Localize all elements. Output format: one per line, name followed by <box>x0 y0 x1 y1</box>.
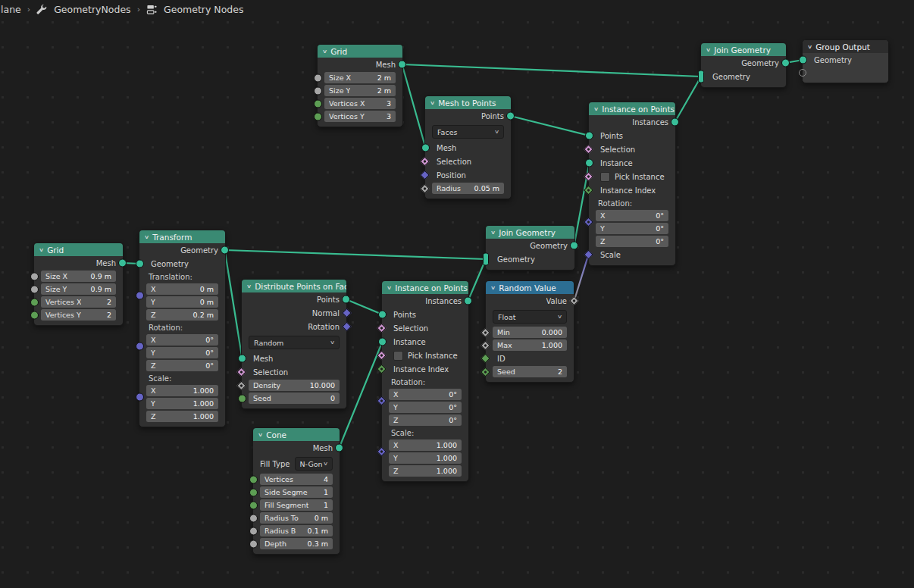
node-header-distribute[interactable]: ∨Distribute Points on Face <box>242 280 346 292</box>
density-socket[interactable] <box>236 380 246 390</box>
min-socket[interactable] <box>480 327 490 337</box>
dropdown-faces[interactable]: Faces∨ <box>425 123 511 141</box>
geometry-socket[interactable] <box>799 56 807 64</box>
field-x[interactable]: X1.000 <box>139 384 225 397</box>
field-y[interactable]: Y0° <box>382 401 468 414</box>
seed-socket[interactable] <box>480 367 490 377</box>
size-x-field[interactable]: Size X0.9 m <box>41 271 116 282</box>
field-seed[interactable]: Seed2 <box>486 365 574 378</box>
collapse-chevron-icon[interactable]: ∨ <box>258 432 263 438</box>
z-field[interactable]: Z1.000 <box>389 465 462 477</box>
vertices-y-socket[interactable] <box>314 112 322 120</box>
pick-instance-socket[interactable] <box>584 172 593 182</box>
node-header-iop_mid[interactable]: ∨Instance on Points <box>382 281 468 294</box>
node-cone[interactable]: ∨ConeMeshFill TypeN-Gon∨Vertices4Side Se… <box>252 427 340 555</box>
x-field[interactable]: X1.000 <box>146 385 218 396</box>
selection-socket[interactable] <box>377 324 387 333</box>
value-socket[interactable] <box>569 296 579 306</box>
node-header-mesh_to_points[interactable]: ∨Mesh to Points <box>425 96 511 109</box>
max-field[interactable]: Max1.000 <box>493 339 567 351</box>
scale-socket[interactable] <box>584 250 593 260</box>
field-z[interactable]: Z1.000 <box>139 410 225 423</box>
node-transform[interactable]: ∨TransformGeometryGeometryTranslation:X0… <box>139 230 226 427</box>
node-editor-canvas[interactable]: lane › GeometryNodes › Geometry Nodes ∨G… <box>0 0 914 588</box>
vertices-field[interactable]: Vertices4 <box>260 474 333 485</box>
dropdown-float[interactable]: Float∨ <box>486 308 574 326</box>
field-min[interactable]: Min0.000 <box>486 326 574 339</box>
radius-b-field[interactable]: Radius B0.1 m <box>260 525 333 536</box>
vertices-y-field[interactable]: Vertices Y3 <box>324 111 396 122</box>
node-header-cone[interactable]: ∨Cone <box>253 428 340 441</box>
field-x[interactable]: X0 m <box>139 283 225 296</box>
node-distribute[interactable]: ∨Distribute Points on FacePointsNormalRo… <box>241 279 347 409</box>
field-fill-segment[interactable]: Fill Segment1 <box>253 499 340 511</box>
points-socket[interactable] <box>378 311 387 319</box>
virtual-socket[interactable] <box>799 69 806 77</box>
z-field[interactable]: Z0° <box>596 236 668 247</box>
x-field[interactable]: X0° <box>146 334 218 346</box>
geometry-socket[interactable] <box>483 253 489 266</box>
x-field[interactable]: X0° <box>389 389 462 400</box>
field-x[interactable]: X0° <box>139 333 225 346</box>
y-field[interactable]: Y0 m <box>146 296 218 308</box>
side-segme-socket[interactable] <box>249 488 258 496</box>
pick-instance-socket[interactable] <box>377 351 387 361</box>
selection-socket[interactable] <box>584 145 593 155</box>
field-size-x[interactable]: Size X0.9 m <box>34 270 123 283</box>
pick-instance-checkbox[interactable] <box>600 172 610 182</box>
field-y[interactable]: Y1.000 <box>382 452 468 464</box>
radius-to-field[interactable]: Radius To0 m <box>260 512 333 524</box>
geometry-socket[interactable] <box>570 242 578 250</box>
geometry-socket[interactable] <box>221 246 229 255</box>
field-z[interactable]: Z0° <box>139 359 225 372</box>
field-radius-b[interactable]: Radius B0.1 m <box>253 524 340 537</box>
field-vertices[interactable]: Vertices4 <box>253 473 340 486</box>
field-depth[interactable]: Depth0.3 m <box>253 537 340 550</box>
instance-socket[interactable] <box>378 338 387 346</box>
mesh-socket[interactable] <box>421 144 430 152</box>
node-header-transform[interactable]: ∨Transform <box>139 230 225 243</box>
mesh-socket[interactable] <box>398 61 406 69</box>
y-field[interactable]: Y1.000 <box>389 452 462 464</box>
y-field[interactable]: Y0° <box>389 402 462 413</box>
vertices-x-field[interactable]: Vertices X3 <box>324 98 396 109</box>
field-size-y[interactable]: Size Y2 m <box>318 84 402 97</box>
vertices-y-field[interactable]: Vertices Y2 <box>41 309 116 321</box>
y-socket[interactable] <box>136 292 144 300</box>
field-radius-to[interactable]: Radius To0 m <box>253 511 340 524</box>
node-header-grid_left[interactable]: ∨Grid <box>34 243 123 256</box>
y-field[interactable]: Y0° <box>596 223 668 234</box>
points-socket[interactable] <box>342 296 350 304</box>
mesh-socket[interactable] <box>118 259 127 267</box>
dropdown_labeled-fill-type[interactable]: Fill TypeN-Gon∨ <box>253 455 340 473</box>
node-iop_top[interactable]: ∨Instance on PointsInstancesPointsSelect… <box>588 102 676 266</box>
seed-field[interactable]: Seed0 <box>249 393 340 404</box>
collapse-chevron-icon[interactable]: ∨ <box>490 285 496 291</box>
min-field[interactable]: Min0.000 <box>493 327 567 338</box>
density-field[interactable]: Density10.000 <box>249 380 340 391</box>
mesh-socket[interactable] <box>238 355 246 363</box>
field-vertices-x[interactable]: Vertices X2 <box>34 296 123 308</box>
checkbox-pick-instance[interactable]: Pick Instance <box>589 170 675 183</box>
z-field[interactable]: Z0.2 m <box>146 309 218 321</box>
field-density[interactable]: Density10.000 <box>242 379 346 392</box>
node-join_top[interactable]: ∨Join GeometryGeometryGeometry <box>700 42 787 88</box>
fill-segment-field[interactable]: Fill Segment1 <box>260 499 333 511</box>
field-vertices-y[interactable]: Vertices Y2 <box>34 308 123 321</box>
vertices-x-socket[interactable] <box>314 99 322 108</box>
field-z[interactable]: Z1.000 <box>382 464 468 477</box>
z-field[interactable]: Z1.000 <box>146 411 218 422</box>
vertices-y-socket[interactable] <box>30 311 39 319</box>
checkbox-pick-instance[interactable]: Pick Instance <box>382 349 468 362</box>
radius-b-socket[interactable] <box>249 527 258 535</box>
collapse-chevron-icon[interactable]: ∨ <box>706 47 711 53</box>
geometry-socket[interactable] <box>781 59 790 67</box>
collapse-chevron-icon[interactable]: ∨ <box>39 247 44 253</box>
node-header-grid_top[interactable]: ∨Grid <box>318 45 402 58</box>
y-socket[interactable] <box>136 342 144 351</box>
geometry-socket[interactable] <box>698 70 704 83</box>
x-field[interactable]: X0° <box>596 210 668 221</box>
field-x[interactable]: X0° <box>382 388 468 401</box>
vertices-socket[interactable] <box>249 475 258 483</box>
node-group_output[interactable]: ∨Group OutputGeometry <box>802 39 889 83</box>
